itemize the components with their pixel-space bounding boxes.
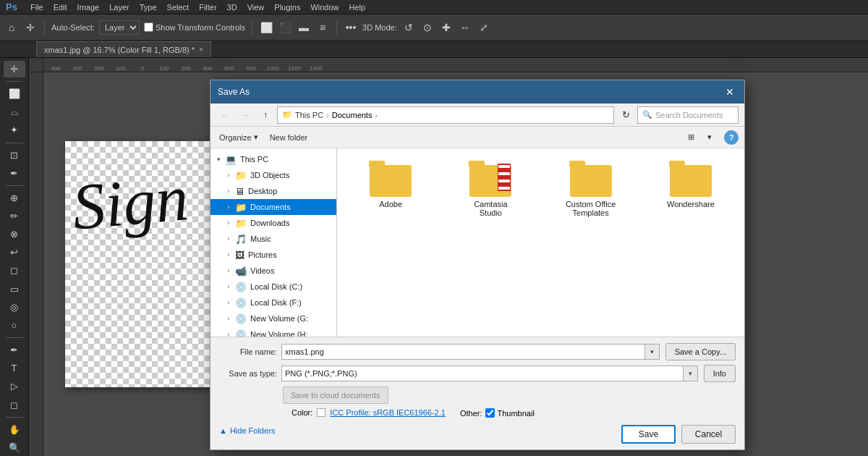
menu-plugins[interactable]: Plugins [274,3,300,12]
nav-back-button[interactable]: ← [216,106,234,124]
filename-input[interactable] [281,344,645,360]
tree-label-this-pc: This PC [240,155,268,164]
gradient-tool[interactable]: ▭ [4,281,25,297]
organize-button[interactable]: Organize ▾ [216,131,261,143]
auto-select-dropdown[interactable]: Layer [99,20,140,35]
tab-close-btn[interactable]: × [199,46,203,54]
menu-3d[interactable]: 3D [227,3,237,12]
shape-tool[interactable]: ◻ [4,396,25,413]
menu-type[interactable]: Type [140,3,157,12]
folder-camtasia[interactable]: Camtasia Studio [444,156,537,222]
view-toggle: ⊞ ▾ [682,130,718,145]
thumbnail-checkbox[interactable] [485,408,495,418]
healing-brush-tool[interactable]: ⊕ [4,190,25,206]
save-button[interactable]: Save [621,425,676,444]
crop-tool[interactable]: ⊡ [4,146,25,163]
tree-item-desktop[interactable]: › 🖥 Desktop [210,183,336,199]
menu-window[interactable]: Window [310,3,339,12]
3d-slide-icon[interactable]: ↔ [458,20,472,35]
right-buttons: Save a Copy... [665,343,736,360]
cloud-save-button: Save to cloud documents [283,387,388,404]
tool-sep-5 [6,417,23,418]
rectangular-marquee-tool[interactable]: ⬜ [4,85,25,102]
hand-tool[interactable]: ✋ [4,421,25,438]
history-brush-tool[interactable]: ↩ [4,244,25,261]
3d-scale-icon[interactable]: ⤢ [477,20,491,35]
dialog-footer: File name: ▾ Save a Copy... [210,337,744,449]
menu-file[interactable]: File [30,3,43,12]
tree-label-pictures: Pictures [248,250,277,259]
menu-layer[interactable]: Layer [109,3,129,12]
breadcrumb-documents[interactable]: Documents [332,111,373,119]
cancel-button[interactable]: Cancel [681,425,736,444]
eraser-tool[interactable]: ◻ [4,262,25,279]
document-tab[interactable]: xmas1.jpg @ 16.7% (Color Fill 1, RGB/8) … [36,41,211,57]
tree-item-videos[interactable]: › 📹 Videos [210,263,336,279]
text-tool[interactable]: T [4,360,25,376]
info-button[interactable]: Info [704,365,736,382]
tree-item-music[interactable]: › 🎵 Music [210,231,336,247]
folder-wondershare[interactable]: Wondershare [644,156,737,222]
tree-item-3d-objects[interactable]: › 📁 3D Objects [210,167,336,183]
save-copy-button[interactable]: Save a Copy... [665,343,736,360]
clone-stamp-tool[interactable]: ⊗ [4,226,25,242]
other-label: Other: [460,409,482,418]
disk-icon-c: 💿 [235,282,247,292]
3d-orbit-icon[interactable]: ⊙ [420,20,435,35]
breadcrumb-this-pc[interactable]: This PC [295,111,323,119]
move-icon[interactable]: ✛ [23,20,38,35]
3d-pan-icon[interactable]: ✚ [439,20,454,35]
zoom-tool[interactable]: 🔍 [4,439,25,456]
tree-item-this-pc[interactable]: ▾ 💻 This PC [210,151,336,167]
tree-label-volume-g: New Volume (G: [250,314,308,323]
filetype-input[interactable] [281,366,684,381]
view-dropdown-button[interactable]: ▾ [701,130,718,145]
refresh-button[interactable]: ↻ [617,106,634,124]
tree-item-volume-g[interactable]: › 💿 New Volume (G: [210,311,336,326]
menu-image[interactable]: Image [77,3,100,12]
magic-wand-tool[interactable]: ✦ [4,122,25,138]
path-selection-tool[interactable]: ▷ [4,378,25,394]
align-left-icon[interactable]: ⬜ [259,20,273,35]
color-checkbox[interactable] [317,408,326,417]
nav-up-button[interactable]: ↑ [257,106,274,124]
brush-tool[interactable]: ✏ [4,208,25,224]
menu-edit[interactable]: Edit [54,3,67,12]
align-center-icon[interactable]: ⬛ [278,20,292,35]
dialog-close-button[interactable]: ✕ [723,85,737,99]
tree-item-volume-h[interactable]: › 💿 New Volume (H: [210,326,336,337]
tree-item-downloads[interactable]: › 📁 Downloads [210,215,336,231]
filename-dropdown-arrow[interactable]: ▾ [645,344,660,360]
lasso-tool[interactable]: ⌓ [4,104,25,120]
menu-filter[interactable]: Filter [199,3,216,12]
menu-select[interactable]: Select [167,3,190,12]
folder-office-templates[interactable]: Custom Office Templates [545,156,637,222]
transform-controls-checkbox[interactable] [144,22,153,32]
distribute-icon[interactable]: ≡ [315,20,330,35]
folder-adobe[interactable]: Adobe [344,156,437,222]
tree-item-local-f[interactable]: › 💿 Local Disk (F:) [210,295,336,311]
tree-item-documents[interactable]: › 📁 Documents [210,199,336,215]
help-button[interactable]: ? [724,130,739,145]
pen-tool[interactable]: ✒ [4,342,25,358]
color-profile-link[interactable]: ICC Profile: sRGB IEC61966-2.1 [330,408,446,417]
blur-tool[interactable]: ◎ [4,299,25,316]
more-icon[interactable]: ••• [344,20,358,35]
align-right-icon[interactable]: ▬ [297,20,311,35]
menu-help[interactable]: Help [349,3,366,12]
view-icons-button[interactable]: ⊞ [682,130,699,145]
move-tool[interactable]: ✛ [4,61,25,77]
menu-view[interactable]: View [247,3,265,12]
nav-forward-button[interactable]: → [237,106,254,124]
new-folder-button[interactable]: New folder [267,132,311,143]
other-section: Other: Thumbnail [460,408,535,418]
search-box[interactable]: 🔍 Search Documents [637,106,739,124]
home-icon[interactable]: ⌂ [4,20,19,35]
tree-item-local-c[interactable]: › 💿 Local Disk (C:) [210,279,336,295]
filetype-dropdown-arrow[interactable]: ▾ [684,366,698,381]
3d-rotate-icon[interactable]: ↺ [401,20,416,35]
hide-folders-btn[interactable]: ▲ Hide Folders [219,426,275,435]
eyedropper-tool[interactable]: ✒ [4,165,25,182]
dodge-tool[interactable]: ○ [4,317,25,334]
tree-item-pictures[interactable]: › 🖼 Pictures [210,247,336,263]
